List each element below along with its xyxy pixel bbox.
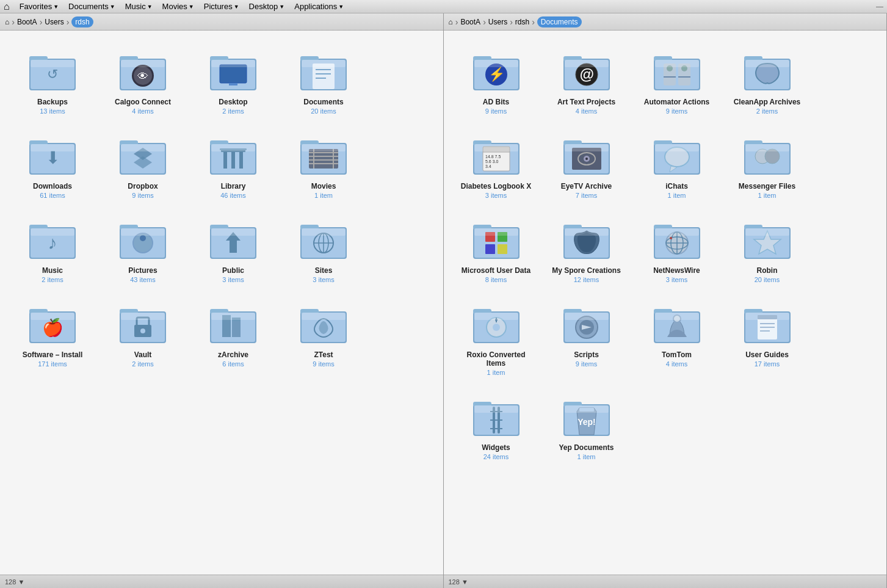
menu-movies[interactable]: Movies ▼ [162,2,194,11]
folder-ad-bits-count: 9 items [485,107,507,115]
folder-ad-bits[interactable]: ⚡ AD Bits 9 items [454,40,539,120]
folder-dropbox[interactable]: Dropbox 9 items [100,125,186,204]
folder-automator-count: 9 items [666,107,687,115]
folder-microsoft[interactable]: Microsoft User Data 8 items [454,209,539,288]
folder-tomtom-icon [653,298,701,347]
menu-favorites[interactable]: Favorites ▼ [20,2,59,11]
svg-rect-36 [121,144,165,151]
folder-zarchive-name: zArchive [218,350,248,359]
folder-messenger-name: Messenger Files [739,182,795,191]
folder-microsoft-name: Microsoft User Data [462,266,530,275]
folder-music[interactable]: ♪ Music 2 items [10,209,95,288]
svg-rect-45 [211,144,255,151]
folder-art-text[interactable]: @ Art Text Projects 4 items [544,40,629,120]
right-bottom-bar: 128 ▼ [444,575,887,588]
folder-netnewswire-icon [653,214,701,263]
svg-rect-130 [745,60,789,67]
menu-applications[interactable]: Applications ▼ [294,2,344,11]
folder-library[interactable]: Library 46 items [190,125,276,204]
left-path-home[interactable]: ⌂ [5,18,9,26]
main-area: ⌂ › BootA › Users › rdsh ↺ [0,13,887,588]
svg-rect-30 [31,144,74,151]
folder-roxio-icon [472,298,521,347]
left-file-area[interactable]: ↺ Backups 13 items [0,31,443,575]
folder-public-icon [209,214,258,263]
folder-vault[interactable]: Vault 2 items [100,293,186,372]
left-path-users[interactable]: Users [45,18,63,26]
folder-spore[interactable]: My Spore Creations 12 items [544,209,629,288]
folder-zarchive[interactable]: zArchive 6 items [190,293,276,372]
right-file-area[interactable]: ⚡ AD Bits 9 items [444,31,887,575]
folder-cleanapp-icon [743,45,792,94]
folder-robin[interactable]: Robin 20 items [725,209,810,288]
folder-ztest[interactable]: ZTest 9 items [281,293,366,372]
left-path-bar: ⌂ › BootA › Users › rdsh [0,13,443,31]
right-path-documents[interactable]: Documents [537,16,582,27]
folder-ztest-icon [299,298,348,347]
folder-backups[interactable]: ↺ Backups 13 items [10,40,95,120]
folder-sites[interactable]: Sites 3 items [281,209,366,288]
folder-cleanapp[interactable]: CleanApp Archives 2 items [725,40,810,120]
svg-rect-171 [565,228,609,236]
right-path-home[interactable]: ⌂ [449,18,453,26]
right-panel: ⌂ › BootA › Users › rdsh › Documents [444,13,888,588]
svg-rect-21 [313,64,335,89]
window-close[interactable]: — [876,2,883,11]
menu-pictures[interactable]: Pictures ▼ [204,2,239,11]
right-path-rdsh[interactable]: rdsh [515,18,529,26]
menu-music[interactable]: Music ▼ [125,2,153,11]
left-size-indicator[interactable]: 128 ▼ [5,578,24,586]
svg-text:Yep!: Yep! [577,417,596,427]
folder-automator-name: Automator Actions [644,98,710,106]
folder-scripts-icon [562,298,611,347]
folder-zarchive-icon [209,298,258,347]
folder-documents[interactable]: Documents 20 items [281,40,366,120]
folder-netnewswire[interactable]: NetNewsWire 3 items [634,209,720,288]
folder-tomtom[interactable]: TomTom 4 items [634,293,720,381]
folder-vault-icon [118,298,167,347]
folder-spore-name: My Spore Creations [552,266,621,275]
folder-user-guides[interactable]: User Guides 17 items [725,293,810,381]
folder-downloads[interactable]: ⬇ Downloads 61 items [10,125,95,204]
folder-yep[interactable]: Yep! Yep Documents 1 item [544,386,629,465]
folder-robin-icon [743,214,792,263]
left-file-grid: ↺ Backups 13 items [10,40,433,372]
right-size-indicator[interactable]: 128 ▼ [449,578,468,586]
svg-rect-41 [231,151,235,169]
folder-cleanapp-count: 2 items [756,107,778,115]
left-path-boota[interactable]: BootA [17,18,37,26]
folder-ad-bits-name: AD Bits [483,98,509,106]
folder-eyetv[interactable]: EyeTV Archive 7 items [544,125,629,204]
svg-rect-181 [655,228,699,236]
menu-desktop[interactable]: Desktop ▼ [249,2,285,11]
folder-backups-count: 13 items [40,107,65,115]
folder-ichats[interactable]: iChats 1 item [634,125,720,204]
folder-robin-count: 20 items [755,276,780,283]
folder-diabetes[interactable]: 14.8 7.5 5.6 3.0 3.4 Diabetes Logbook X … [454,125,539,204]
svg-text:5.6   3.0: 5.6 3.0 [485,159,499,164]
left-panel: ⌂ › BootA › Users › rdsh ↺ [0,13,444,588]
folder-messenger[interactable]: Messenger Files 1 item [725,125,810,204]
right-path-boota[interactable]: BootA [460,18,480,26]
svg-rect-180 [670,237,672,239]
folder-widgets[interactable]: Widgets 24 items [454,386,539,465]
svg-rect-139 [474,144,518,151]
left-path-rdsh[interactable]: rdsh [71,16,93,27]
menu-documents[interactable]: Documents ▼ [68,2,115,11]
right-path-users[interactable]: Users [488,18,507,26]
folder-software[interactable]: 🍎 Software – Install 171 items [10,293,95,372]
folder-eyetv-icon [562,129,611,178]
folder-scripts[interactable]: Scripts 9 items [544,293,629,381]
folder-ichats-name: iChats [665,182,688,191]
folder-downloads-name: Downloads [33,182,72,191]
folder-roxio[interactable]: Roxio Converted Items 1 item [454,293,539,381]
folder-public[interactable]: Public 3 items [190,209,276,288]
svg-text:👁: 👁 [137,70,148,82]
folder-movies[interactable]: Movies 1 item [281,125,366,204]
folder-yep-count: 1 item [577,453,596,460]
folder-automator[interactable]: Automator Actions 9 items [634,40,720,120]
folder-desktop[interactable]: Desktop 2 items [190,40,276,120]
folder-calgoo[interactable]: 👁 Calgoo Connect 4 items [100,40,186,120]
folder-pictures[interactable]: Pictures 43 items [100,209,186,288]
menu-home[interactable]: ⌂ [4,1,10,12]
